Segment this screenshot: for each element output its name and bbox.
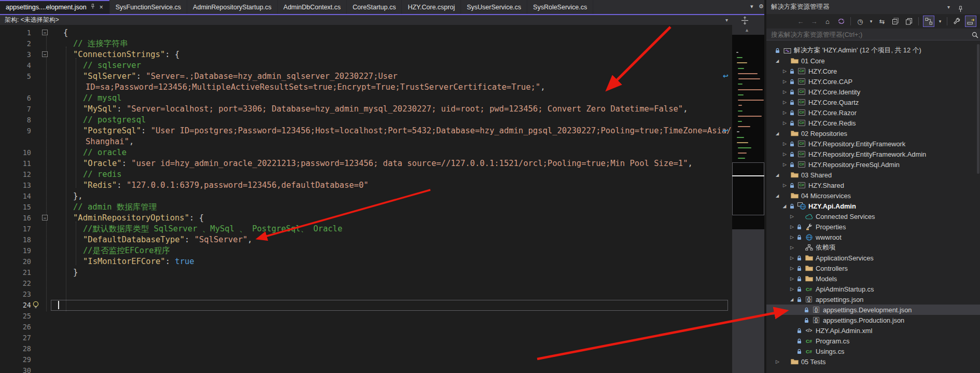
- tab-pin-icon[interactable]: [90, 4, 95, 11]
- tab-close-icon[interactable]: ×: [99, 4, 104, 11]
- fold-collapse-icon[interactable]: −: [42, 51, 48, 57]
- chevron-collapsed-icon[interactable]: ▷: [790, 276, 797, 281]
- code-line-row[interactable]: 8// postgresql: [0, 115, 730, 126]
- code-line-row[interactable]: 13"Redis": "127.0.0.1:6379,password=1234…: [0, 180, 730, 191]
- solution-explorer-header[interactable]: 解决方案资源管理器 ▾: [766, 0, 980, 14]
- preview-selected-items-icon[interactable]: [965, 16, 976, 27]
- code-line-row[interactable]: 16−"AdminRepositoryOptions": {: [0, 213, 730, 224]
- tree-item-hzy.core.razor[interactable]: ▷C#HZY.Core.Razor: [766, 107, 980, 118]
- switch-views-icon[interactable]: ⇆: [877, 16, 887, 26]
- code-line-row[interactable]: 27: [0, 333, 730, 343]
- tree-item-program.cs[interactable]: C#Program.cs: [766, 336, 980, 346]
- tab-overflow-chevron-down-icon[interactable]: ▾: [750, 3, 753, 10]
- chevron-collapsed-icon[interactable]: ▷: [783, 141, 790, 146]
- fold-collapse-icon[interactable]: −: [42, 215, 48, 220]
- tree-item-04-microservices[interactable]: ◢04 Microservices: [766, 190, 980, 201]
- code-line-row[interactable]: 14},: [0, 191, 730, 202]
- split-window-handle-icon[interactable]: [741, 17, 748, 26]
- code-line-row[interactable]: 30: [0, 365, 730, 373]
- tree-item-hzy.api.admin[interactable]: ◢HZY.Api.Admin: [766, 201, 980, 211]
- tree-item-applicationservices[interactable]: ▷ApplicationServices: [766, 253, 980, 263]
- code-line-row[interactable]: 7"MySql": "Server=localhost; port=3306; …: [0, 104, 730, 115]
- chevron-collapsed-icon[interactable]: ▷: [783, 151, 790, 157]
- tree-item-usings.cs[interactable]: C#Usings.cs: [766, 346, 980, 356]
- code-line-row[interactable]: 21}: [0, 267, 730, 278]
- minimap-scrollbar-column[interactable]: ▲: [732, 15, 764, 373]
- code-line-row[interactable]: 9"PostgreSql": "User ID=postgres;Passwor…: [0, 126, 730, 136]
- editor-tab-0[interactable]: appsettings....elopment.json×: [0, 0, 110, 14]
- code-line-row[interactable]: 20"IsMonitorEFCore": true: [0, 256, 730, 267]
- chevron-collapsed-icon[interactable]: ▷: [776, 359, 782, 364]
- tree-item-03-shared[interactable]: ◢03 Shared: [766, 170, 980, 180]
- tree-item--[interactable]: ▷依赖项: [766, 242, 980, 253]
- navbar-chevron-down-icon[interactable]: ▾: [725, 17, 728, 23]
- tree-item-hzy.core.identity[interactable]: ▷C#HZY.Core.Identity: [766, 87, 980, 97]
- code-line-row[interactable]: 5"SqlServer": "Server=.;Database=hzy_adm…: [0, 71, 730, 82]
- chevron-expanded-icon[interactable]: ◢: [790, 297, 797, 302]
- tree-item-appsettings.development.json[interactable]: {}appsettings.Development.json: [766, 305, 980, 315]
- filter-dropdown-icon[interactable]: ▾: [869, 16, 874, 26]
- tree-item-wwwroot[interactable]: ▷wwwroot: [766, 232, 980, 242]
- tree-item-hzy.core[interactable]: ▷C#HZY.Core: [766, 66, 980, 76]
- tree-item-01-core[interactable]: ◢01 Core: [766, 56, 980, 66]
- chevron-expanded-icon[interactable]: ◢: [776, 194, 782, 198]
- tab-options-gear-icon[interactable]: ⚙: [759, 3, 764, 10]
- editor-tab-6[interactable]: SysUserService.cs: [461, 0, 527, 14]
- tree-item-05-tests[interactable]: ▷05 Tests: [766, 356, 980, 367]
- code-line-row[interactable]: 4// sqlserver: [0, 60, 730, 71]
- chevron-expanded-icon[interactable]: ◢: [783, 204, 790, 209]
- chevron-collapsed-icon[interactable]: ▷: [783, 68, 790, 74]
- chevron-collapsed-icon[interactable]: ▷: [790, 255, 797, 260]
- tree-scrollbar-thumb[interactable]: [977, 44, 979, 174]
- track-active-dropdown-icon[interactable]: ▾: [937, 16, 943, 26]
- code-line-row[interactable]: 3−"ConnectionStrings": {: [0, 49, 730, 60]
- code-line-row[interactable]: 15// admin 数据库管理: [0, 202, 730, 213]
- copy-docs-icon[interactable]: [904, 16, 914, 26]
- editor-tab-1[interactable]: SysFunctionService.cs: [110, 0, 187, 14]
- chevron-expanded-icon[interactable]: ◢: [776, 131, 782, 136]
- code-line-row[interactable]: 23: [0, 289, 730, 300]
- chevron-collapsed-icon[interactable]: ▷: [783, 100, 790, 105]
- collapse-all-icon[interactable]: [890, 16, 901, 26]
- tree-item-appsettings.json[interactable]: ◢{}appsettings.json: [766, 294, 980, 305]
- tree-item-models[interactable]: ▷Models: [766, 273, 980, 284]
- fold-collapse-icon[interactable]: −: [42, 30, 48, 35]
- search-icon[interactable]: [972, 31, 978, 40]
- properties-icon[interactable]: [951, 16, 962, 26]
- code-line-row[interactable]: 29: [0, 354, 730, 365]
- tree-item-hzy.repository.entityframework[interactable]: ▷C#HZY.Repository.EntityFramework: [766, 139, 980, 149]
- code-line-row[interactable]: 17//默认数据库类型 SqlServer 、MySql 、 PostgreSq…: [0, 224, 730, 234]
- quick-actions-lightbulb-icon[interactable]: [32, 301, 40, 312]
- tree-item-hzy.core.quartz[interactable]: ▷C#HZY.Core.Quartz: [766, 97, 980, 107]
- editor-tab-5[interactable]: HZY.Core.csproj: [402, 0, 461, 14]
- tree-item-hzy.shared[interactable]: ▷C#HZY.Shared: [766, 180, 980, 190]
- tree-item-appsettings.production.json[interactable]: {}appsettings.Production.json: [766, 315, 980, 325]
- code-line-row[interactable]: 19//是否监控EFCore程序: [0, 245, 730, 256]
- architecture-value-dropdown[interactable]: <未选择架构>: [21, 16, 59, 24]
- chevron-expanded-icon[interactable]: ◢: [776, 173, 782, 177]
- chevron-collapsed-icon[interactable]: ▷: [790, 286, 797, 292]
- code-line-row[interactable]: 1−{: [0, 27, 730, 38]
- chevron-collapsed-icon[interactable]: ▷: [783, 162, 790, 167]
- tree-item-hzy.core.redis[interactable]: ▷C#HZY.Core.Redis: [766, 118, 980, 128]
- pending-changes-filter-icon[interactable]: ◷: [855, 16, 865, 26]
- home-icon[interactable]: ⌂: [822, 16, 833, 26]
- code-line-row[interactable]: 10// oracle: [0, 147, 730, 158]
- chevron-collapsed-icon[interactable]: ▷: [790, 245, 797, 250]
- code-line-row[interactable]: 26: [0, 322, 730, 333]
- editor-tab-7[interactable]: SysRoleService.cs: [527, 0, 593, 14]
- chevron-collapsed-icon[interactable]: ▷: [790, 266, 797, 271]
- chevron-collapsed-icon[interactable]: ▷: [790, 234, 797, 240]
- chevron-collapsed-icon[interactable]: ▷: [790, 214, 797, 219]
- tree-item-hzy.core.cap[interactable]: ▷C#HZY.Core.CAP: [766, 76, 980, 87]
- editor-tab-2[interactable]: AdminRepositoryStartup.cs: [187, 0, 277, 14]
- tree-item-hzy.repository.freesql.admin[interactable]: ▷C#HZY.Repository.FreeSql.Admin: [766, 159, 980, 170]
- code-line-row[interactable]: 12// redis: [0, 169, 730, 180]
- code-line-row[interactable]: 11"Oracle": "user id=hzy_admin_oracle_20…: [0, 158, 730, 169]
- track-active-item-icon[interactable]: [923, 16, 934, 27]
- panel-chevron-down-icon[interactable]: ▾: [947, 0, 950, 14]
- code-editor[interactable]: 1−{2// 连接字符串3−"ConnectionStrings": {4// …: [0, 25, 732, 373]
- code-line-row[interactable]: Shanghai",: [0, 136, 730, 147]
- tree-item--hzy.admin-12-12-[interactable]: 解决方案 'HZY.Admin' (12 个项目, 共 12 个): [766, 45, 980, 56]
- chevron-expanded-icon[interactable]: ◢: [776, 59, 782, 63]
